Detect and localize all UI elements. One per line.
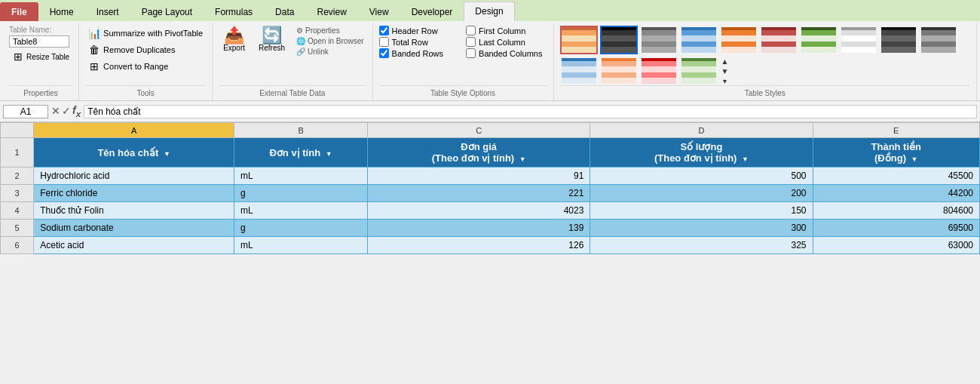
cell-d3[interactable]: 200 [590,185,813,202]
tab-insert[interactable]: Insert [85,2,130,21]
cell-b2[interactable]: mL [234,167,367,185]
dropdown-arrow-e[interactable]: ▼ [911,155,918,163]
banded-columns-checkbox[interactable] [466,48,476,58]
cell-a6[interactable]: Acetic acid [34,237,234,254]
tab-page-layout[interactable]: Page Layout [130,2,204,21]
dropdown-arrow-a[interactable]: ▼ [164,150,170,158]
table-style-swatch-13[interactable] [640,57,678,85]
cell-d6[interactable]: 325 [590,237,813,254]
tab-data[interactable]: Data [264,2,305,21]
tab-formulas[interactable]: Formulas [204,2,264,21]
refresh-icon: 🔄 [262,27,282,44]
header-cell-e1[interactable]: Thành tiền(Đồng) ▼ [813,138,979,167]
resize-table-button[interactable]: ⊞ Resize Table [9,49,72,64]
header-row-checkbox[interactable] [379,26,389,35]
cell-reference[interactable] [3,105,48,118]
spreadsheet-container: Unica A B C D E 1 Tên hóa chất ▼ Đơn vị [0,122,980,254]
table-style-swatch-12[interactable] [600,57,638,85]
banded-rows-checkbox[interactable] [379,48,389,58]
table-name-input[interactable] [9,35,69,48]
export-button[interactable]: 📤 Export [219,26,250,54]
col-header-e[interactable]: E [813,123,979,138]
col-header-a[interactable]: A [34,123,234,138]
total-row-option[interactable]: Total Row [379,37,461,47]
cell-b6[interactable]: mL [234,237,367,254]
export-label: Export [223,44,245,52]
table-style-swatch-3[interactable] [640,26,678,54]
header-cell-c1[interactable]: Đơn giá(Theo đơn vị tính) ▼ [368,138,590,167]
cell-a3[interactable]: Ferric chloride [34,185,234,202]
tab-developer[interactable]: Developer [400,2,464,21]
properties-button[interactable]: ⚙ Properties [294,26,366,35]
last-column-checkbox[interactable] [466,37,476,47]
header-cell-b1[interactable]: Đơn vị tính ▼ [234,138,367,167]
cell-a5[interactable]: Sodium carbonate [34,220,234,237]
table-style-swatch-6[interactable] [760,26,798,54]
cell-b4[interactable]: mL [234,202,367,220]
open-in-browser-label: Open in Browser [308,37,363,45]
first-column-option[interactable]: First Column [466,26,547,35]
styles-scroll-up[interactable]: ▲ [721,57,729,66]
table-style-swatch-8[interactable] [840,26,877,54]
tab-home[interactable]: Home [38,2,85,21]
formula-fx-icon[interactable]: fx [72,104,81,118]
header-cell-a1[interactable]: Tên hóa chất ▼ [34,138,234,167]
dropdown-arrow-c[interactable]: ▼ [519,155,526,163]
tab-design[interactable]: Design [464,2,514,21]
cell-e4[interactable]: 804600 [813,202,979,220]
table-style-swatch-1[interactable] [560,26,598,54]
table-style-swatch-2[interactable] [600,26,638,54]
formula-cancel-icon[interactable]: ✕ [51,105,60,117]
table-style-swatch-7[interactable] [800,26,838,54]
refresh-button[interactable]: 🔄 Refresh [254,26,289,54]
table-style-swatch-10[interactable] [920,26,957,54]
table-style-swatch-5[interactable] [720,26,758,54]
formula-enter-icon[interactable]: ✓ [62,105,71,117]
total-row-checkbox[interactable] [379,37,389,47]
cell-c4[interactable]: 4023 [368,202,590,220]
table-name-label: Table Name: [9,26,72,34]
cell-e2[interactable]: 45500 [813,167,979,185]
cell-c6[interactable]: 126 [368,237,590,254]
table-style-swatch-4[interactable] [680,26,718,54]
cell-c5[interactable]: 139 [368,220,590,237]
cell-b3[interactable]: g [234,185,367,202]
cell-e3[interactable]: 44200 [813,185,979,202]
dropdown-arrow-b[interactable]: ▼ [326,150,332,158]
cell-a4[interactable]: Thuốc thử Folin [34,202,234,220]
col-header-c[interactable]: C [368,123,590,138]
tab-view[interactable]: View [358,2,400,21]
banded-columns-option[interactable]: Banded Columns [466,48,547,58]
tab-review[interactable]: Review [305,2,357,21]
styles-more[interactable]: ▾ [723,77,727,85]
tab-file[interactable]: File [0,2,38,21]
remove-duplicates-button[interactable]: 🗑 Remove Duplicates [85,42,206,57]
last-column-label: Last Column [479,38,525,47]
table-style-swatch-11[interactable] [560,57,598,85]
formula-input[interactable] [84,105,977,118]
col-header-b[interactable]: B [234,123,367,138]
cell-e6[interactable]: 63000 [813,237,979,254]
cell-b5[interactable]: g [234,220,367,237]
open-in-browser-button[interactable]: 🌐 Open in Browser [294,36,366,46]
cell-c2[interactable]: 91 [368,167,590,185]
table-style-swatch-14[interactable] [680,57,718,85]
cell-a2[interactable]: Hydrochloric acid [34,167,234,185]
header-cell-d1[interactable]: Số lượng(Theo đơn vị tính) ▼ [590,138,813,167]
cell-d5[interactable]: 300 [590,220,813,237]
summarize-pivottable-button[interactable]: 📊 Summarize with PivotTable [85,26,206,41]
styles-scroll-down[interactable]: ▼ [721,67,729,75]
first-column-checkbox[interactable] [466,26,476,35]
col-header-d[interactable]: D [590,123,813,138]
unlink-button[interactable]: 🔗 Unlink [294,47,366,57]
last-column-option[interactable]: Last Column [466,37,547,47]
banded-rows-option[interactable]: Banded Rows [379,48,461,58]
header-row-option[interactable]: Header Row [379,26,461,35]
cell-e5[interactable]: 69500 [813,220,979,237]
dropdown-arrow-d[interactable]: ▼ [742,155,749,163]
cell-d2[interactable]: 500 [590,167,813,185]
convert-to-range-button[interactable]: ⊞ Convert to Range [85,59,206,74]
cell-d4[interactable]: 150 [590,202,813,220]
cell-c3[interactable]: 221 [368,185,590,202]
table-style-swatch-9[interactable] [880,26,917,54]
